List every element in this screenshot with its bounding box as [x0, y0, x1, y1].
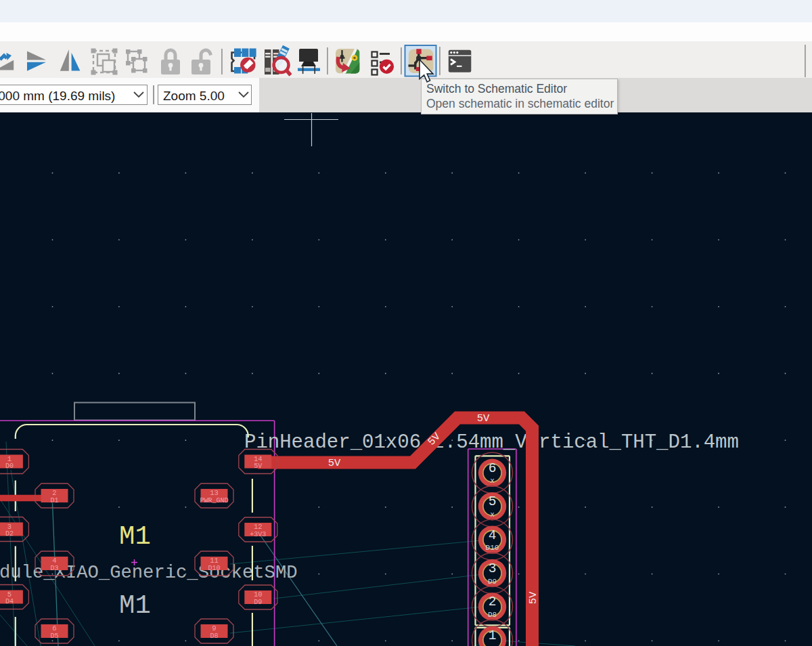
svg-text:PWR_GND: PWR_GND	[200, 497, 228, 504]
svg-text:1: 1	[489, 628, 497, 643]
svg-text:5V: 5V	[254, 462, 262, 470]
svg-text:6: 6	[489, 461, 497, 476]
svg-text:3: 3	[489, 561, 497, 576]
svg-text:13: 13	[210, 489, 219, 497]
svg-text:4: 4	[52, 557, 56, 565]
svg-text:M1: M1	[119, 522, 151, 552]
svg-text:4: 4	[489, 528, 497, 543]
svg-text:5: 5	[7, 590, 12, 599]
svg-text:D4: D4	[5, 598, 14, 605]
svg-text:14: 14	[254, 455, 263, 463]
svg-text:D8: D8	[210, 632, 218, 640]
svg-text:10: 10	[254, 590, 263, 599]
svg-text:5: 5	[489, 494, 497, 509]
svg-text:2: 2	[489, 595, 497, 609]
svg-text:D10: D10	[208, 565, 220, 572]
svg-text:D2: D2	[5, 530, 14, 538]
svg-text:D10: D10	[486, 544, 499, 552]
svg-text:PinHeader_01x06_2.54mm_Vertica: PinHeader_01x06_2.54mm_Vertical_THT_D1.4…	[244, 431, 739, 454]
svg-text:D9: D9	[254, 599, 262, 606]
svg-text:6: 6	[52, 624, 56, 632]
svg-text:5V: 5V	[477, 412, 490, 425]
svg-text:M1: M1	[119, 591, 151, 621]
svg-text:12: 12	[254, 523, 263, 531]
svg-text:x: x	[490, 511, 495, 519]
svg-text:5V: 5V	[328, 457, 341, 469]
svg-text:x: x	[490, 477, 495, 485]
svg-text:D9: D9	[488, 578, 497, 586]
svg-text:+3V3: +3V3	[250, 531, 266, 538]
svg-text:D5: D5	[50, 632, 58, 640]
svg-text:11: 11	[210, 557, 219, 565]
svg-text:2: 2	[52, 489, 56, 497]
svg-text:D1: D1	[50, 497, 58, 504]
svg-text:5V: 5V	[527, 591, 539, 604]
svg-text:1: 1	[7, 455, 12, 463]
svg-text:D0: D0	[5, 462, 14, 470]
svg-text:D3: D3	[50, 565, 58, 572]
svg-text:3: 3	[7, 523, 12, 531]
svg-text:9: 9	[212, 624, 216, 632]
svg-text:D8: D8	[488, 611, 497, 619]
